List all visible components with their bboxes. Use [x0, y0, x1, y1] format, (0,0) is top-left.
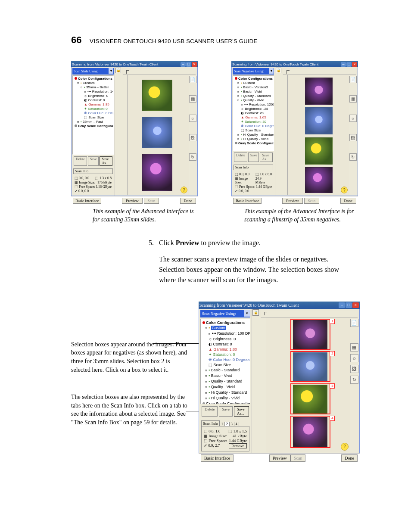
done-button[interactable]: Done [180, 198, 196, 204]
page-header: 66 VISIONEER ONETOUCH 9420 USB SCANNER U… [71, 34, 364, 46]
scan-mode-combo[interactable]: Scan Negative Using: [200, 310, 250, 317]
tool-icon[interactable]: 📄 [350, 319, 358, 327]
help-icon[interactable]: ? [181, 187, 187, 193]
lock-icon[interactable]: 🔒 [276, 68, 281, 73]
basic-interface-button[interactable]: Basic Interface [201, 454, 234, 462]
preview-image [142, 80, 172, 111]
titlebar[interactable]: Scanning from Visioneer 9420 to OneTouch… [231, 61, 358, 67]
rotate-icon[interactable]: ↻ [189, 153, 196, 161]
minimize-icon[interactable]: – [339, 302, 345, 308]
grid-icon[interactable]: ▦ [350, 343, 358, 352]
ruler-vertical [260, 317, 266, 452]
preview-image [305, 137, 333, 165]
scan-button[interactable]: Scan [304, 198, 320, 204]
scan-info-header: Scan Info [73, 168, 113, 174]
window-title: Scanning from Visioneer 9420 to OneTouch… [72, 62, 180, 66]
scan-mode-combo[interactable]: Scan Negative Using: [233, 68, 274, 75]
grid-icon[interactable]: ▦ [349, 95, 357, 103]
annotation-line [153, 343, 204, 344]
save-button[interactable]: Save [88, 156, 99, 166]
scan-info-panel: ⬚ 0.0, 0.0⬚ 1.6 x 6.0 ▦ Image Size:24.9 … [234, 171, 273, 195]
delete-button[interactable]: Delete [74, 156, 87, 166]
scan-button[interactable]: Scan [144, 198, 159, 204]
ruler-vertical [122, 75, 128, 195]
dialog-slides: Scanning from Visioneer 9420 to OneTouch… [71, 61, 198, 205]
ruler-horizontal [283, 69, 356, 75]
maximize-icon[interactable]: □ [186, 62, 191, 67]
close-icon[interactable]: × [352, 302, 359, 308]
scan-button[interactable]: Scan [290, 454, 305, 462]
done-button[interactable]: Done [340, 198, 357, 204]
minimize-icon[interactable]: – [181, 62, 186, 67]
preview-button[interactable]: Preview [269, 454, 290, 462]
config-tree[interactable]: Color Configurations ⊟▪ Custom ⊟▪ 35mm –… [72, 75, 114, 155]
preview-image [305, 167, 333, 193]
annotation-selection-boxes: Selection boxes appear around the images… [71, 340, 188, 374]
selection-box-2[interactable]: 2 [290, 351, 330, 383]
window-title: Scanning from Visioneer 9420 to OneTouch… [232, 62, 340, 66]
config-tree[interactable]: Color Configurations ⊞▪ Custom ⊞▪ Basic … [233, 75, 274, 151]
grid-icon[interactable]: ▦ [189, 95, 196, 103]
header-title: VISIONEER ONETOUCH 9420 USB SCANNER USER… [89, 37, 257, 44]
minimize-icon[interactable]: – [341, 62, 346, 67]
basic-interface-button[interactable]: Basic Interface [73, 198, 101, 204]
ruler-horizontal [261, 311, 358, 317]
window-title: Scanning from Visioneer 9420 to OneTouch… [199, 303, 338, 308]
selection-box-1[interactable]: 1 [290, 319, 330, 350]
selection-box-3[interactable]: 3 [290, 383, 330, 415]
brightness-icon[interactable]: ☼ [349, 115, 357, 122]
preview-image [305, 78, 333, 105]
save-button[interactable]: Save [219, 406, 233, 417]
preview-button[interactable]: Preview [122, 198, 143, 204]
scan-info-tab-4[interactable]: 4 [234, 422, 239, 426]
rotate-icon[interactable]: ↻ [349, 153, 357, 161]
save-button[interactable]: Save [248, 152, 259, 162]
image-icon[interactable]: 🖼 [350, 365, 358, 373]
titlebar[interactable]: Scanning from Visioneer 9420 to OneTouch… [71, 61, 198, 67]
ruler-horizontal [123, 69, 196, 75]
preview-image [142, 117, 172, 148]
scan-info-header: Scan Info [201, 420, 220, 426]
delete-button[interactable]: Delete [202, 406, 218, 417]
annotation-scan-info-tabs: The selection boxes are also represented… [71, 393, 188, 426]
image-icon[interactable]: 🖼 [189, 134, 196, 141]
preview-canvas[interactable]: ? [128, 75, 189, 195]
maximize-icon[interactable]: □ [346, 62, 352, 67]
delete-button[interactable]: Delete [234, 152, 247, 162]
brightness-icon[interactable]: ☼ [350, 354, 358, 362]
scan-mode-combo[interactable]: Scan Slide Using: [72, 68, 114, 75]
scan-info-panel: ⬚ 0.0, 1.6⬚ 1.0 x 1.5 ▦ Image Size:41 kB… [201, 426, 249, 451]
tool-icon[interactable]: 📄 [189, 76, 196, 83]
preview-canvas[interactable]: 1 2 3 4 ? [266, 317, 350, 452]
preview-canvas[interactable]: ? [288, 75, 349, 195]
dialog-negatives: Scanning from Visioneer 9420 to OneTouch… [231, 61, 358, 205]
selection-box-4[interactable]: 4 [290, 416, 330, 448]
help-icon[interactable]: ? [341, 187, 348, 193]
dialog-preview-selboxes: Scanning from Visioneer 9420 to OneTouch… [199, 302, 360, 463]
save-as-button[interactable]: Save As... [260, 152, 273, 162]
close-icon[interactable]: × [192, 62, 197, 67]
preview-image [142, 154, 172, 190]
tool-icon[interactable]: 📄 [349, 76, 357, 83]
preview-button[interactable]: Preview [282, 198, 303, 204]
scan-info-panel: ⬚ 0.0, 0.0⬚ 1.3 x 0.8 ▦ Image Size:176 k… [73, 174, 113, 195]
scan-info-header: Scan Info [234, 165, 273, 170]
step-5: 5. Click Preview to preview the image. T… [149, 238, 351, 291]
brightness-icon[interactable]: ☼ [189, 115, 196, 122]
config-tree[interactable]: Color Configurations ⊟▪ Custom ⊞••• Reso… [200, 319, 250, 404]
image-icon[interactable]: 🖼 [349, 134, 357, 141]
caption-negatives: This example of the Advanced Interface i… [231, 208, 358, 224]
save-as-button[interactable]: Save As... [234, 406, 249, 417]
close-icon[interactable]: × [352, 62, 357, 67]
help-icon[interactable]: ? [341, 443, 349, 451]
done-button[interactable]: Done [341, 454, 358, 462]
titlebar[interactable]: Scanning from Visioneer 9420 to OneTouch… [199, 302, 360, 309]
remove-button[interactable]: Remove [229, 443, 247, 448]
lock-icon[interactable]: 🔒 [252, 309, 259, 316]
page-number: 66 [71, 34, 81, 46]
rotate-icon[interactable]: ↻ [350, 376, 358, 384]
maximize-icon[interactable]: □ [346, 302, 352, 308]
lock-icon[interactable]: 🔒 [115, 68, 121, 73]
basic-interface-button[interactable]: Basic Interface [233, 198, 262, 204]
save-as-button[interactable]: Save As... [100, 156, 112, 166]
